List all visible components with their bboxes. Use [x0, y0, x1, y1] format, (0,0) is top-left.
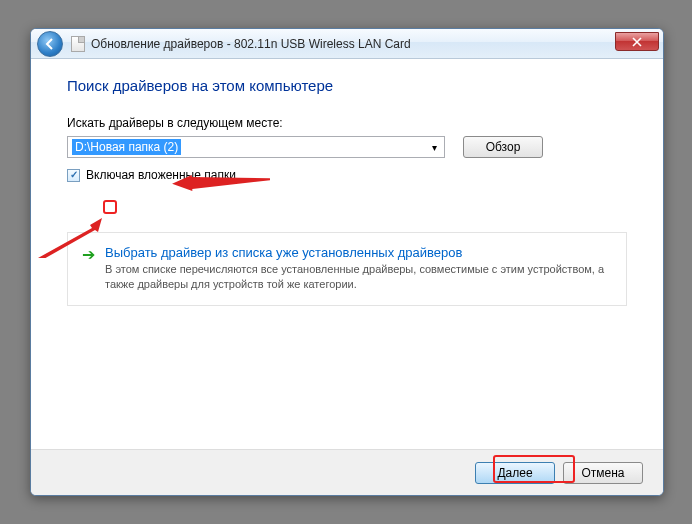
- path-value: D:\Новая папка (2): [72, 139, 181, 155]
- titlebar: Обновление драйверов - 802.11n USB Wirel…: [31, 29, 663, 59]
- close-icon: [632, 37, 642, 47]
- window-title: Обновление драйверов - 802.11n USB Wirel…: [91, 37, 411, 51]
- back-button[interactable]: [37, 31, 63, 57]
- arrow-right-icon: ➔: [82, 247, 95, 293]
- footer: Далее Отмена: [31, 449, 663, 495]
- pick-from-list-description: В этом списке перечисляются все установл…: [105, 262, 612, 293]
- next-button[interactable]: Далее: [475, 462, 555, 484]
- page-heading: Поиск драйверов на этом компьютере: [67, 77, 627, 94]
- pick-from-list-panel[interactable]: ➔ Выбрать драйвер из списка уже установл…: [67, 232, 627, 306]
- content-area: Поиск драйверов на этом компьютере Искат…: [31, 59, 663, 306]
- path-combobox[interactable]: D:\Новая папка (2) ▾: [67, 136, 445, 158]
- chevron-down-icon[interactable]: ▾: [426, 142, 442, 153]
- back-arrow-icon: [43, 37, 57, 51]
- driver-update-wizard-window: Обновление драйверов - 802.11n USB Wirel…: [30, 28, 664, 496]
- close-button[interactable]: [615, 32, 659, 51]
- cancel-button[interactable]: Отмена: [563, 462, 643, 484]
- browse-button[interactable]: Обзор: [463, 136, 543, 158]
- search-location-label: Искать драйверы в следующем месте:: [67, 116, 627, 130]
- include-subfolders-label: Включая вложенные папки: [86, 168, 236, 182]
- pick-from-list-title: Выбрать драйвер из списка уже установлен…: [105, 245, 612, 260]
- file-icon: [71, 36, 85, 52]
- include-subfolders-checkbox[interactable]: ✓: [67, 169, 80, 182]
